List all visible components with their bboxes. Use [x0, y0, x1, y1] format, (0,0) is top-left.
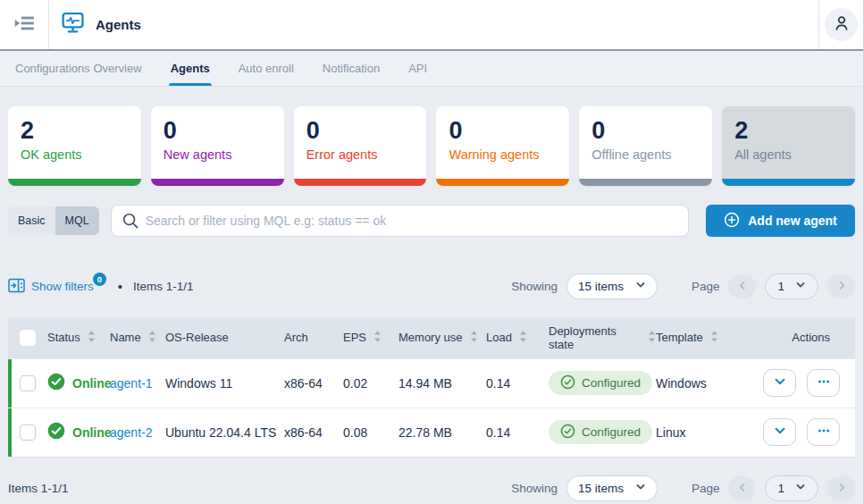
status-text: Online: [72, 376, 112, 391]
page-size-value: 15 items: [578, 280, 624, 293]
column-header-template[interactable]: Template: [656, 317, 751, 358]
stat-card-offline-agents[interactable]: 0 Offline agents: [579, 106, 712, 186]
expand-row-button[interactable]: [763, 369, 796, 397]
next-page-button[interactable]: [827, 274, 855, 298]
stat-color-bar: [436, 179, 569, 186]
footer-controls: Items 1-1/1 Showing 15 items Page 1: [8, 475, 855, 501]
eps-cell: 0.02: [343, 358, 398, 407]
tab-agents[interactable]: Agents: [156, 51, 224, 86]
ellipsis-icon: [817, 424, 831, 441]
main-content: 2 OK agents 0 New agents 0 Error agents …: [0, 106, 863, 501]
stat-card-warning-agents[interactable]: 0 Warning agents: [436, 106, 569, 186]
app-window: Agents Configurations Overview Agents Au…: [0, 0, 864, 504]
tab-configurations-overview[interactable]: Configurations Overview: [1, 51, 156, 86]
status-stripe: [8, 359, 12, 407]
sidebar-toggle-button[interactable]: [0, 0, 49, 49]
user-avatar-button[interactable]: [825, 8, 858, 41]
add-new-agent-button[interactable]: Add new agent: [706, 205, 855, 237]
select-all-checkbox[interactable]: [20, 330, 36, 346]
filters-count-badge: 0: [93, 273, 106, 286]
column-header-eps[interactable]: EPS: [343, 317, 398, 358]
show-filters-link[interactable]: Show filters 0: [8, 278, 106, 296]
page-number-select[interactable]: 1: [765, 475, 818, 501]
column-header-os-release[interactable]: OS-Release: [165, 317, 284, 358]
column-header-load[interactable]: Load: [486, 317, 549, 358]
agents-table: Status Name OS-Release Arch EPS Memory u…: [8, 317, 855, 458]
chevron-down-icon: [795, 280, 806, 293]
stat-value: 0: [591, 118, 712, 145]
stat-label: New agents: [164, 147, 284, 162]
status-text: Online: [72, 425, 112, 440]
row-checkbox[interactable]: [20, 375, 36, 391]
template-cell: Linux: [656, 407, 751, 457]
sort-icon: [88, 330, 96, 346]
page-size-select[interactable]: 15 items: [566, 475, 658, 501]
deployment-state-badge: Configured: [549, 371, 652, 395]
filters-panel-icon: [8, 278, 25, 296]
sort-icon: [373, 330, 382, 346]
row-menu-button[interactable]: [807, 369, 840, 397]
search-icon: [122, 212, 139, 233]
search-mode-toggle: Basic MQL: [8, 206, 99, 235]
chevron-right-icon: [836, 280, 847, 294]
stat-cards: 2 OK agents 0 New agents 0 Error agents …: [8, 106, 855, 186]
prev-page-button[interactable]: [728, 274, 756, 298]
column-header-memory-use[interactable]: Memory use: [398, 317, 486, 358]
tab-auto-enroll[interactable]: Auto enroll: [224, 51, 308, 86]
stat-card-new-agents[interactable]: 0 New agents: [151, 106, 284, 186]
chevron-left-icon: [737, 482, 748, 496]
os-release-cell: Windows 11: [165, 358, 284, 407]
load-cell: 0.14: [486, 358, 549, 407]
column-header-status[interactable]: Status: [47, 317, 110, 358]
expand-row-button[interactable]: [763, 418, 796, 446]
search-box: [111, 205, 689, 237]
stat-label: Error agents: [306, 147, 427, 162]
agent-name-link[interactable]: agent-2: [110, 425, 152, 440]
show-filters-label: Show filters: [31, 280, 94, 293]
mode-basic-button[interactable]: Basic: [8, 206, 55, 235]
tab-api[interactable]: API: [394, 51, 441, 86]
top-bar: Agents: [0, 0, 863, 51]
plus-circle-icon: [724, 212, 740, 231]
column-header-name[interactable]: Name: [110, 317, 165, 358]
column-header-arch[interactable]: Arch: [284, 317, 343, 358]
page-number-value: 1: [777, 280, 784, 293]
stat-value: 2: [21, 118, 141, 145]
stat-color-bar: [8, 179, 141, 186]
deployment-state-badge: Configured: [549, 420, 652, 444]
stat-label: Offline agents: [591, 147, 712, 162]
sort-icon: [470, 330, 478, 346]
sort-icon: [519, 330, 527, 346]
row-menu-button[interactable]: [807, 418, 840, 446]
arch-cell: x86-64: [284, 358, 343, 407]
topbar-spacer: [141, 0, 818, 49]
chevron-down-icon: [635, 280, 646, 293]
search-input[interactable]: [111, 205, 689, 237]
table-row-agent-2: Online agent-2 Ubuntu 22.04.4 LTS x86-64…: [8, 407, 855, 457]
sort-icon: [710, 330, 718, 346]
tab-notification[interactable]: Notification: [308, 51, 394, 86]
page-number-select[interactable]: 1: [765, 273, 818, 299]
row-checkbox[interactable]: [20, 424, 36, 441]
stat-value: 0: [164, 118, 284, 145]
table-header-row: Status Name OS-Release Arch EPS Memory u…: [8, 317, 855, 358]
stat-color-bar: [722, 179, 855, 186]
stat-card-error-agents[interactable]: 0 Error agents: [294, 106, 427, 186]
prev-page-button[interactable]: [728, 476, 756, 500]
agent-name-link[interactable]: agent-1: [110, 376, 152, 391]
check-circle-icon: [560, 374, 575, 392]
page-number-value: 1: [777, 482, 784, 495]
column-header-deployments-state[interactable]: Deployments state: [549, 317, 656, 358]
search-toolbar: Basic MQL: [8, 205, 855, 237]
page-size-select[interactable]: 15 items: [566, 273, 658, 299]
stat-card-ok-agents[interactable]: 2 OK agents: [8, 106, 141, 186]
chevron-down-icon: [795, 482, 806, 495]
menu-unfold-icon: [13, 12, 36, 38]
next-page-button[interactable]: [827, 476, 855, 500]
stat-color-bar: [151, 179, 284, 186]
mode-mql-button[interactable]: MQL: [55, 206, 99, 235]
section-tabs: Configurations Overview Agents Auto enro…: [0, 51, 863, 87]
stat-card-all-agents[interactable]: 2 All agents: [722, 106, 855, 186]
os-release-cell: Ubuntu 22.04.4 LTS: [165, 407, 284, 457]
stat-value: 0: [306, 118, 427, 145]
